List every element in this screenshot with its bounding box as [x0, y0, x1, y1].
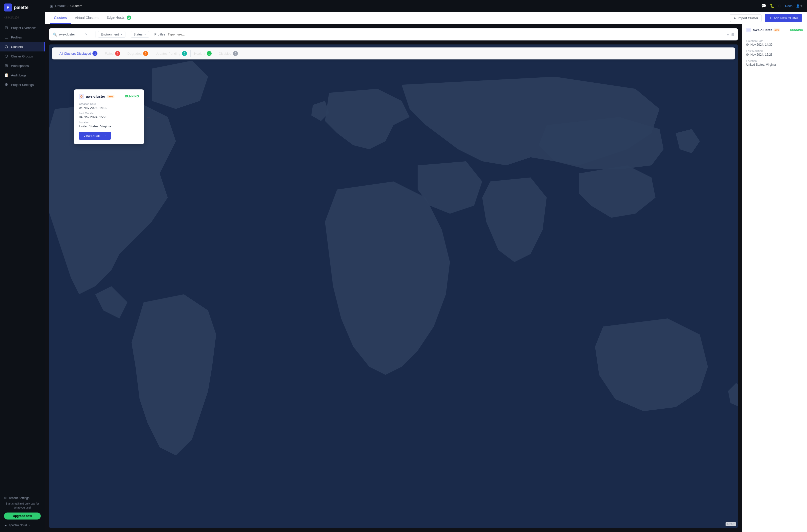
aws-logo-icon: ⬡ [80, 95, 83, 98]
leaflet-attribution: Leaflet [726, 522, 736, 526]
status-arrow-icon: ▼ [144, 33, 146, 36]
sidebar-item-label: Workspaces [11, 64, 29, 68]
world-map-svg [49, 44, 738, 528]
docs-link[interactable]: Docs [785, 4, 792, 8]
sidebar-item-profiles[interactable]: ☰ Profiles [0, 33, 45, 42]
degraded-label: Degraded [127, 52, 142, 55]
updates-pending-label: Updates Pending [155, 52, 181, 55]
status-updates-pending[interactable]: Updates Pending 0 [152, 50, 191, 57]
healthy-label: Healthy [194, 52, 205, 55]
sidebar-item-clusters[interactable]: ⬡ Clusters [0, 42, 45, 52]
sidebar-item-label: Project Overview [11, 26, 36, 30]
sidebar-item-project-settings[interactable]: ⚙ Project Settings [0, 80, 45, 90]
search-input[interactable] [58, 33, 83, 36]
failed-label: Failed [105, 52, 113, 55]
tenant-settings-icon: ⚙ [4, 496, 7, 500]
rp-location-label: Location [746, 59, 803, 62]
all-clusters-label: All Clusters Displayed [59, 52, 91, 55]
search-clear-icon[interactable]: ✕ [85, 33, 88, 36]
breadcrumb-current: Clusters [71, 4, 82, 8]
subtabs-right: ⬇ Import Cluster ＋ Add New Cluster [730, 14, 802, 22]
sidebar-collapse-icon[interactable]: ‹ [29, 524, 30, 527]
main-area: ▣ Default / Clusters 💬 🐛 ⊕ Docs 👤 ▾ Clus… [45, 0, 807, 532]
sidebar-tenant-settings[interactable]: ⚙ Tenant Settings [4, 494, 41, 502]
project-overview-icon: ⊡ [4, 25, 8, 30]
sidebar-version: 4.6.0-241104 [0, 15, 45, 21]
subtabs-bar: Clusters Virtual Clusters Edge Hosts 2 ⬇… [45, 12, 807, 24]
search-icon: 🔍 [53, 33, 57, 36]
view-details-button[interactable]: View Details → [79, 132, 111, 140]
sidebar-item-label: Cluster Groups [11, 54, 33, 58]
sidebar-logo: P palette [0, 0, 45, 15]
spectro-label: spectro cloud [9, 524, 27, 527]
view-toggle-icon[interactable]: ⊟ [731, 33, 734, 36]
sidebar-item-cluster-groups[interactable]: ⬡ Cluster Groups [0, 52, 45, 61]
sidebar-spectro-cloud[interactable]: ☁ spectro cloud ‹ [4, 521, 41, 529]
sidebar-item-label: Profiles [11, 36, 22, 39]
import-cluster-button[interactable]: ⬇ Import Cluster [730, 14, 762, 22]
status-all[interactable]: All Clusters Displayed 1 [56, 50, 101, 57]
rp-last-modified-label: Last Modified [746, 50, 803, 53]
profiles-filter-input[interactable] [168, 33, 724, 36]
filter-bar: 🔍 ✕ Environment ▼ Status ▼ Profiles ≡ [49, 28, 738, 40]
tenant-settings-label: Tenant Settings [9, 496, 30, 500]
subtabs-left: Clusters Virtual Clusters Edge Hosts 2 [50, 12, 135, 24]
filter-options-icon[interactable]: ≡ [727, 33, 729, 36]
popup-cluster-name: aws-cluster [86, 94, 105, 98]
rp-location: Location United States, Virginia [746, 59, 803, 66]
popup-cloud-badge: aws [107, 95, 114, 98]
popup-creation-date-label: Creation Date [79, 102, 139, 106]
view-details-label: View Details [83, 134, 101, 138]
sidebar-item-label: Project Settings [11, 83, 34, 87]
updates-pending-badge: 0 [182, 51, 187, 56]
sidebar-item-project-overview[interactable]: ⊡ Project Overview [0, 23, 45, 33]
breadcrumb-project[interactable]: Default [55, 4, 65, 8]
topbar-right: 💬 🐛 ⊕ Docs 👤 ▾ [761, 3, 802, 8]
help-icon[interactable]: ⊕ [778, 3, 782, 8]
bug-icon[interactable]: 🐛 [770, 3, 775, 8]
status-filter-button[interactable]: Status ▼ [131, 31, 149, 38]
popup-location-label: Location [79, 121, 139, 124]
filter-divider-3 [152, 32, 152, 37]
popup-cluster-icon: ⬡ [79, 94, 84, 99]
tab-edge-hosts[interactable]: Edge Hosts 2 [102, 12, 135, 24]
project-icon: ▣ [50, 4, 53, 8]
status-healthy[interactable]: Healthy 1 [191, 50, 215, 57]
rp-cluster-symbol: ⬡ [748, 29, 750, 31]
rp-last-modified: Last Modified 04 Nov 2024, 15:23 [746, 50, 803, 56]
edge-hosts-badge: 2 [127, 16, 131, 20]
cluster-groups-icon: ⬡ [4, 54, 8, 58]
sidebar-item-label: Clusters [11, 45, 23, 49]
chat-icon[interactable]: 💬 [761, 3, 766, 8]
rp-last-modified-value: 04 Nov 2024, 15:23 [746, 53, 803, 56]
right-panel: ⬡ aws-cluster aws RUNNING Creation Date … [742, 24, 807, 532]
clusters-icon: ⬡ [4, 44, 8, 49]
popup-status: RUNNING [125, 95, 139, 98]
environment-filter-button[interactable]: Environment ▼ [98, 31, 126, 38]
sidebar: P palette 4.6.0-241104 ⊡ Project Overvie… [0, 0, 45, 532]
popup-cluster-name-wrap: ⬡ aws-cluster aws [79, 94, 114, 99]
right-panel-header: ⬡ aws-cluster aws RUNNING [742, 24, 807, 36]
popup-last-modified: Last Modified 04 Nov 2024, 15:23 [79, 112, 139, 119]
plus-icon: ＋ [769, 16, 772, 20]
user-menu[interactable]: 👤 ▾ [796, 4, 802, 8]
upgrade-button[interactable]: Upgrade now [4, 513, 41, 519]
profiles-filter-label: Profiles [154, 33, 165, 36]
status-degraded[interactable]: Degraded 0 [124, 50, 152, 57]
topbar: ▣ Default / Clusters 💬 🐛 ⊕ Docs 👤 ▾ [45, 0, 807, 12]
add-new-cluster-button[interactable]: ＋ Add New Cluster [765, 14, 802, 22]
map-background [49, 44, 738, 528]
tab-clusters[interactable]: Clusters [50, 12, 71, 24]
popup-header: ⬡ aws-cluster aws RUNNING [79, 94, 139, 99]
filter-divider-2 [128, 32, 128, 37]
sidebar-item-workspaces[interactable]: ⊞ Workspaces [0, 61, 45, 71]
status-failed[interactable]: Failed 0 [101, 50, 124, 57]
rp-creation-date: Creation Date 04 Nov 2024, 14:39 [746, 39, 803, 46]
tab-virtual-clusters[interactable]: Virtual Clusters [71, 12, 102, 24]
rp-cluster-name: aws-cluster aws [753, 28, 780, 32]
sidebar-item-audit-logs[interactable]: 📋 Audit Logs [0, 71, 45, 80]
status-label: Status [133, 33, 143, 36]
healthy-badge: 1 [207, 51, 212, 56]
status-disabled[interactable]: Disabled 0 [215, 50, 242, 57]
rp-location-value: United States, Virginia [746, 63, 803, 66]
